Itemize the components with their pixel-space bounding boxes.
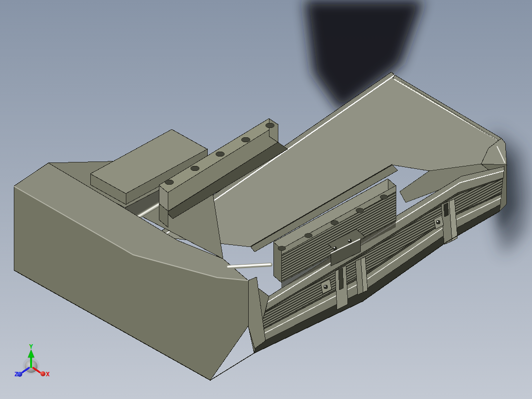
sensor-dog-hole-center [324,285,328,289]
bracket-fork-slot [339,268,343,290]
axis-x-label: X [46,370,50,378]
cad-viewport[interactable]: Y X Z [0,0,532,399]
axis-y-label: Y [29,343,33,350]
cad-viewport-canvas[interactable]: Y X Z [0,0,532,399]
sensor-dog-glint-center [324,285,326,287]
sensor-dog-glint-right [437,221,438,222]
axis-z-label: Z [14,370,18,378]
bracket-right-slot [444,203,449,217]
sensor-dog-hole-right [436,220,440,224]
